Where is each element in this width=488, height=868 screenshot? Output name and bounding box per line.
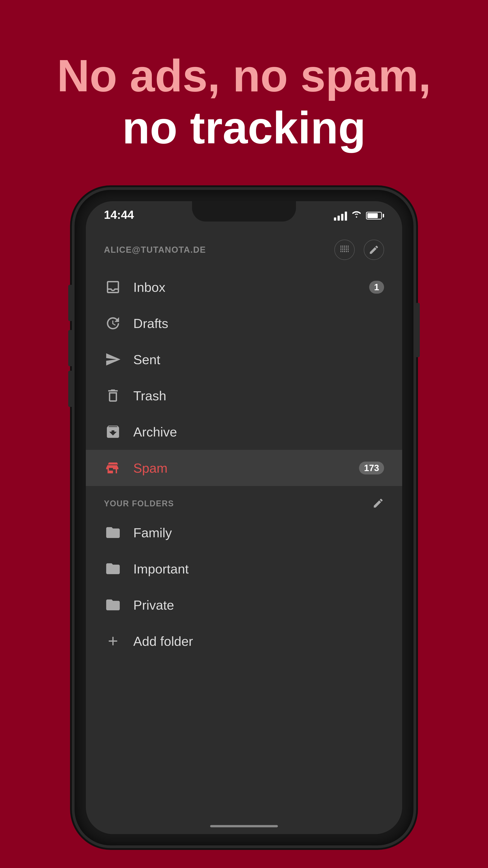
signal-bar-1 [334, 217, 336, 221]
nav-item-trash[interactable]: Trash [86, 377, 402, 414]
plus-icon [106, 634, 120, 648]
signal-bar-2 [337, 216, 340, 221]
battery-fill [367, 213, 378, 218]
nav-list: Inbox 1 Drafts [86, 269, 402, 486]
signal-bar-4 [345, 212, 347, 221]
phone-shell: 14:44 [74, 190, 414, 845]
important-label: Important [133, 561, 384, 577]
compose-button[interactable] [364, 240, 384, 260]
inbox-icon [104, 278, 122, 296]
folders-section-header: YOUR FOLDERS [86, 486, 402, 515]
nav-item-sent[interactable]: Sent [86, 341, 402, 377]
filter-icon [339, 244, 350, 255]
inbox-badge: 1 [369, 281, 384, 293]
battery-tip [383, 214, 384, 217]
signal-bar-3 [341, 214, 344, 221]
folders-list: Family Important [86, 515, 402, 623]
nav-item-spam[interactable]: Spam 173 [86, 450, 402, 486]
spam-icon [104, 459, 122, 477]
edit-icon [372, 497, 384, 509]
add-folder-item[interactable]: Add folder [86, 623, 402, 659]
add-folder-plus-icon [104, 632, 122, 650]
add-folder-label: Add folder [133, 633, 193, 649]
family-folder-icon [104, 524, 122, 541]
compose-icon [368, 244, 379, 255]
trash-label: Trash [133, 388, 384, 403]
family-label: Family [133, 525, 384, 540]
trash-icon [104, 386, 122, 405]
filter-button[interactable] [334, 240, 355, 260]
private-folder-icon [104, 596, 122, 614]
drafts-label: Drafts [133, 316, 384, 331]
important-folder-icon [104, 560, 122, 578]
phone-screen: 14:44 [86, 201, 402, 834]
status-time: 14:44 [104, 208, 134, 221]
wifi-icon [352, 210, 361, 221]
status-icons [334, 210, 384, 221]
edit-folders-button[interactable] [372, 497, 384, 510]
headline-section: No ads, no spam, no tracking [0, 0, 488, 176]
private-label: Private [133, 597, 384, 613]
sent-label: Sent [133, 352, 384, 367]
header-actions [334, 240, 384, 260]
account-email: ALICE@TUTANOTA.DE [104, 245, 206, 255]
spam-label: Spam [133, 460, 359, 475]
archive-label: Archive [133, 424, 384, 439]
folders-title: YOUR FOLDERS [104, 499, 174, 508]
spam-badge: 173 [359, 462, 384, 474]
phone-mockup: 14:44 [74, 190, 414, 845]
nav-item-archive[interactable]: Archive [86, 414, 402, 450]
signal-icon [334, 211, 347, 221]
sent-icon [104, 350, 122, 368]
drafts-icon [104, 314, 122, 332]
headline-line1: No ads, no spam, [57, 51, 431, 101]
battery-body [366, 212, 382, 219]
nav-item-inbox[interactable]: Inbox 1 [86, 269, 402, 305]
headline-line2: no tracking [122, 102, 366, 153]
archive-icon [104, 423, 122, 441]
nav-item-family[interactable]: Family [86, 515, 402, 551]
phone-notch [192, 201, 296, 221]
battery-icon [366, 212, 384, 219]
nav-item-private[interactable]: Private [86, 587, 402, 623]
headline-text: No ads, no spam, no tracking [27, 50, 461, 154]
home-indicator [210, 825, 278, 827]
nav-item-important[interactable]: Important [86, 551, 402, 587]
inbox-label: Inbox [133, 280, 369, 295]
nav-item-drafts[interactable]: Drafts [86, 305, 402, 341]
app-content: ALICE@TUTANOTA.DE [86, 226, 402, 834]
account-header: ALICE@TUTANOTA.DE [86, 226, 402, 269]
